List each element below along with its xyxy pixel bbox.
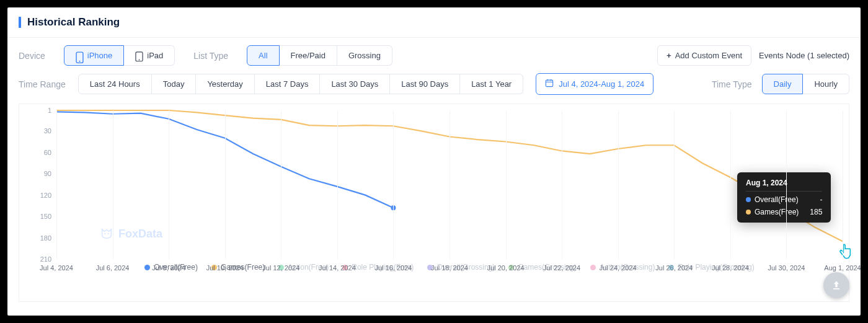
time-type-daily[interactable]: Daily bbox=[762, 74, 804, 94]
tooltip-value-games: 185 bbox=[810, 208, 822, 216]
time-type-label: Time Type bbox=[712, 79, 752, 89]
y-tick: 150 bbox=[24, 213, 51, 220]
svg-point-9 bbox=[104, 233, 105, 234]
time-range-custom[interactable]: Jul 4, 2024-Aug 1, 2024 bbox=[536, 73, 653, 95]
device-iphone-button[interactable]: iPhone bbox=[64, 45, 124, 66]
list-type-segment: All Free/Paid Grossing bbox=[247, 45, 392, 66]
phone-icon bbox=[76, 51, 84, 60]
x-tick: Jul 4, 2024 bbox=[40, 264, 73, 272]
x-tick: Jul 18, 2024 bbox=[431, 264, 468, 272]
plus-icon: + bbox=[666, 51, 671, 60]
time-range-group: Last 24 Hours Today Yesterday Last 7 Day… bbox=[78, 74, 523, 94]
add-custom-event-button[interactable]: + Add Custom Event bbox=[657, 45, 751, 66]
time-type-group: Time Type Daily Hourly bbox=[712, 74, 849, 94]
calendar-icon bbox=[545, 79, 554, 89]
title-row: Historical Ranking bbox=[7, 7, 861, 38]
device-iphone-label: iPhone bbox=[87, 51, 112, 60]
x-tick: Jul 12, 2024 bbox=[262, 264, 299, 272]
x-tick: Jul 20, 2024 bbox=[487, 264, 525, 272]
device-label: Device bbox=[19, 51, 45, 61]
list-type-grossing-button[interactable]: Grossing bbox=[337, 45, 392, 66]
x-tick: Jul 8, 2024 bbox=[152, 264, 185, 272]
list-type-all-button[interactable]: All bbox=[247, 45, 279, 66]
y-tick: 180 bbox=[24, 234, 51, 242]
chart[interactable]: Aug 1, 2024 Overall(Free) - Games(Free) … bbox=[19, 104, 849, 302]
svg-point-3 bbox=[139, 60, 140, 61]
y-tick: 120 bbox=[24, 192, 51, 199]
add-custom-event-label: Add Custom Event bbox=[675, 51, 742, 60]
device-ipad-button[interactable]: iPad bbox=[124, 45, 175, 66]
x-tick: Jul 28, 2024 bbox=[712, 264, 749, 272]
svg-rect-4 bbox=[546, 80, 553, 87]
page-title: Historical Ranking bbox=[27, 16, 120, 29]
x-tick: Jul 14, 2024 bbox=[319, 264, 356, 272]
svg-point-10 bbox=[108, 233, 109, 234]
filter-row-2: Time Range Last 24 Hours Today Yesterday… bbox=[7, 66, 861, 100]
x-tick: Jul 10, 2024 bbox=[206, 264, 244, 272]
y-tick: 30 bbox=[24, 127, 51, 135]
svg-point-1 bbox=[79, 61, 80, 62]
x-tick: Jul 16, 2024 bbox=[374, 264, 412, 272]
watermark: FoxData bbox=[100, 227, 162, 241]
y-tick: 210 bbox=[24, 255, 51, 263]
time-range-90d[interactable]: Last 90 Days bbox=[390, 74, 460, 94]
filter-row-1: Device iPhone iPad List Type All Free/Pa… bbox=[7, 38, 861, 66]
events-node-link[interactable]: Events Node (1 selected) bbox=[759, 51, 849, 60]
right-actions: + Add Custom Event Events Node (1 select… bbox=[657, 45, 849, 66]
tooltip-value-overall: - bbox=[820, 195, 822, 204]
list-type-label: List Type bbox=[193, 51, 228, 61]
cursor-pointer-icon bbox=[839, 244, 852, 260]
time-range-custom-label: Jul 4, 2024-Aug 1, 2024 bbox=[559, 79, 644, 89]
tooltip: Aug 1, 2024 Overall(Free) - Games(Free) … bbox=[737, 172, 831, 223]
x-tick: Jul 26, 2024 bbox=[655, 264, 693, 272]
plot-area[interactable]: Aug 1, 2024 Overall(Free) - Games(Free) … bbox=[56, 110, 843, 259]
tooltip-row-games: Games(Free) 185 bbox=[746, 208, 822, 216]
x-tick: Jul 24, 2024 bbox=[600, 264, 637, 272]
time-range-1y[interactable]: Last 1 Year bbox=[460, 74, 523, 94]
y-tick: 1 bbox=[24, 107, 51, 114]
y-tick: 90 bbox=[24, 170, 51, 177]
time-range-yesterday[interactable]: Yesterday bbox=[196, 74, 254, 94]
tooltip-row-overall: Overall(Free) - bbox=[746, 195, 822, 204]
upload-icon bbox=[830, 279, 843, 291]
panel: Historical Ranking Device iPhone iPad Li… bbox=[7, 7, 861, 316]
time-range-7d[interactable]: Last 7 Days bbox=[255, 74, 321, 94]
y-tick: 60 bbox=[24, 149, 51, 156]
x-tick: Jul 6, 2024 bbox=[96, 264, 130, 272]
device-segment: iPhone iPad bbox=[64, 45, 175, 66]
x-tick: Jul 30, 2024 bbox=[768, 264, 805, 272]
time-range-30d[interactable]: Last 30 Days bbox=[320, 74, 390, 94]
device-ipad-label: iPad bbox=[147, 51, 163, 60]
tooltip-date: Aug 1, 2024 bbox=[746, 179, 822, 192]
upload-fab[interactable] bbox=[823, 272, 849, 298]
svg-rect-11 bbox=[833, 288, 839, 290]
time-type-hourly[interactable]: Hourly bbox=[803, 74, 849, 94]
title-accent bbox=[19, 17, 21, 28]
time-range-24h[interactable]: Last 24 Hours bbox=[78, 74, 152, 94]
list-type-freepaid-button[interactable]: Free/Paid bbox=[280, 45, 337, 66]
x-tick: Jul 22, 2024 bbox=[543, 264, 580, 272]
time-range-label: Time Range bbox=[19, 79, 66, 89]
time-range-today[interactable]: Today bbox=[152, 74, 197, 94]
tablet-icon bbox=[135, 51, 143, 60]
x-tick: Aug 1, 2024 bbox=[824, 264, 861, 272]
